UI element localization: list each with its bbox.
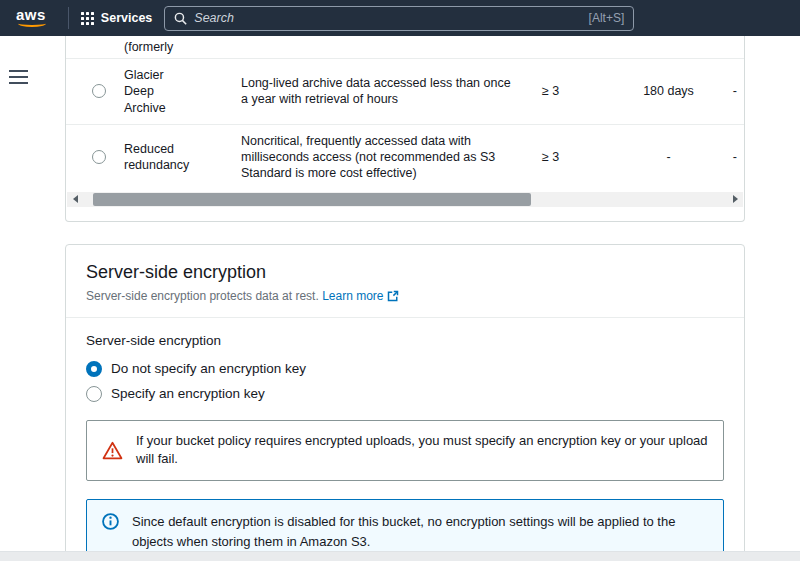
search-input[interactable] xyxy=(194,11,581,25)
storage-class-table: (formerly Glacier) Glacier Deep Archive … xyxy=(65,36,745,222)
top-navigation-bar: aws Services [Alt+S] xyxy=(0,0,800,36)
option-label: Specify an encryption key xyxy=(111,386,265,401)
do-not-specify-key-radio[interactable] xyxy=(86,361,102,377)
global-search-box[interactable]: [Alt+S] xyxy=(164,6,634,31)
storage-class-name: Glacier Deep Archive xyxy=(124,59,241,124)
table-row-reduced-redundancy: Reduced redundancy Noncritical, frequent… xyxy=(66,125,744,190)
min-billable-size-value: - xyxy=(721,75,744,107)
warning-text: If your bucket policy requires encrypted… xyxy=(136,432,708,470)
glacier-deep-archive-radio[interactable] xyxy=(92,84,106,98)
availability-zones-value: ≥ 3 xyxy=(541,141,616,173)
external-link-icon xyxy=(387,291,399,305)
scrollbar-track[interactable] xyxy=(83,192,727,207)
search-icon xyxy=(174,12,187,25)
warning-triangle-icon xyxy=(102,441,123,460)
panel-description: Server-side encryption protects data at … xyxy=(86,289,724,305)
storage-class-name: Reduced redundancy xyxy=(124,133,241,182)
min-storage-duration-value: 180 days xyxy=(616,75,721,107)
panel-title: Server-side encryption xyxy=(86,262,724,283)
services-label: Services xyxy=(101,11,152,25)
info-text: Since default encryption is disabled for… xyxy=(132,512,708,551)
storage-class-description: Long-lived archive data accessed less th… xyxy=(241,67,541,116)
horizontal-scrollbar[interactable] xyxy=(67,192,743,207)
services-menu-button[interactable]: Services xyxy=(81,11,152,25)
services-grid-icon xyxy=(81,12,94,25)
encryption-warning-alert: If your bucket policy requires encrypted… xyxy=(86,420,724,482)
panel-description-text: Server-side encryption protects data at … xyxy=(86,289,319,303)
side-menu-toggle-icon[interactable] xyxy=(9,66,28,88)
table-row-glacier-deep-archive: Glacier Deep Archive Long-lived archive … xyxy=(66,59,744,125)
search-shortcut-hint: [Alt+S] xyxy=(589,11,625,25)
option-do-not-specify-key[interactable]: Do not specify an encryption key xyxy=(86,358,724,380)
availability-zones-value: ≥ 3 xyxy=(541,75,616,107)
storage-class-name: (formerly Glacier) xyxy=(124,36,241,59)
server-side-encryption-panel: Server-side encryption Server-side encry… xyxy=(65,244,745,561)
min-storage-duration-value: - xyxy=(616,141,721,173)
scrollbar-thumb[interactable] xyxy=(93,193,531,206)
option-specify-key[interactable]: Specify an encryption key xyxy=(86,383,724,405)
scroll-left-arrow[interactable] xyxy=(67,192,83,207)
learn-more-link[interactable]: Learn more xyxy=(322,289,398,303)
info-icon xyxy=(102,513,119,530)
topbar-divider xyxy=(68,7,69,29)
aws-logo[interactable]: aws xyxy=(12,4,56,32)
option-label: Do not specify an encryption key xyxy=(111,361,306,376)
specify-key-radio[interactable] xyxy=(86,386,102,402)
storage-class-radio-cell xyxy=(66,50,124,59)
table-row-clipped: (formerly Glacier) xyxy=(66,36,744,59)
panel-body: Server-side encryption Do not specify an… xyxy=(66,318,744,561)
encryption-field-label: Server-side encryption xyxy=(86,333,724,348)
page-bottom-strip xyxy=(0,551,800,561)
min-billable-size-value: - xyxy=(721,141,744,173)
storage-class-description: Noncritical, frequently accessed data wi… xyxy=(241,125,541,190)
scroll-right-arrow[interactable] xyxy=(727,192,743,207)
panel-header: Server-side encryption Server-side encry… xyxy=(66,245,744,317)
reduced-redundancy-radio[interactable] xyxy=(92,150,106,164)
